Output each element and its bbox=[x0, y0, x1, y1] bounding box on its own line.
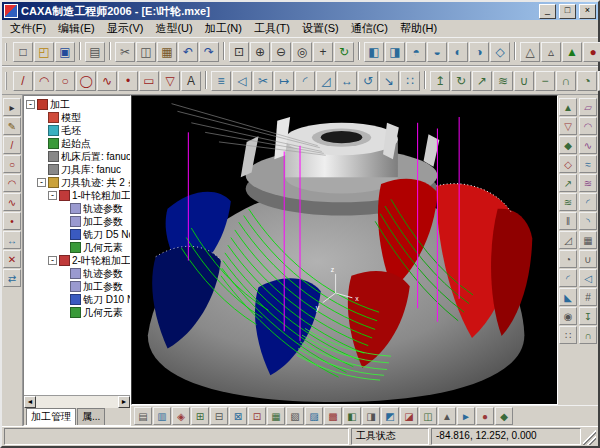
intersect-curve-icon[interactable]: ∩ bbox=[579, 326, 597, 344]
tree-item-0[interactable]: -加工 bbox=[24, 98, 130, 111]
fillet-feature-icon[interactable]: ◜ bbox=[559, 269, 577, 287]
surface-mirror-icon[interactable]: ◁ bbox=[579, 269, 597, 287]
menu-item-6[interactable]: 设置(S) bbox=[296, 20, 345, 37]
gcode-icon[interactable]: ● bbox=[476, 407, 494, 425]
surface-ruled-icon[interactable]: ▱ bbox=[579, 98, 597, 116]
menu-item-8[interactable]: 帮助(H) bbox=[394, 20, 443, 37]
zoom-out-icon[interactable]: ⊖ bbox=[271, 42, 291, 62]
line-tool-icon[interactable]: / bbox=[3, 136, 21, 154]
panel-tab-0[interactable]: 加工管理 bbox=[26, 408, 76, 425]
scroll-track[interactable] bbox=[36, 396, 118, 408]
wireframe-icon[interactable]: △ bbox=[520, 42, 540, 62]
new-icon[interactable]: □ bbox=[13, 42, 33, 62]
scroll-left-icon[interactable]: ◄ bbox=[24, 396, 36, 408]
tree-item-9[interactable]: 加工参数 bbox=[24, 215, 130, 228]
surface-machining-icon[interactable]: ▦ bbox=[267, 407, 285, 425]
shell-icon[interactable]: ◔ bbox=[577, 71, 597, 91]
chamfer-icon[interactable]: ◿ bbox=[316, 71, 336, 91]
groove-machining-icon[interactable]: ⊡ bbox=[248, 407, 266, 425]
3d-viewport[interactable]: z x y bbox=[131, 95, 558, 405]
undo-icon[interactable]: ↶ bbox=[178, 42, 198, 62]
extrude-cut-icon[interactable]: ▽ bbox=[559, 117, 577, 135]
trajectory-edit-icon[interactable]: ◪ bbox=[400, 407, 418, 425]
zoom-in-icon[interactable]: ⊕ bbox=[250, 42, 270, 62]
point-tool-icon[interactable]: • bbox=[3, 212, 21, 230]
post-process-icon[interactable]: ► bbox=[457, 407, 475, 425]
menu-item-2[interactable]: 显示(V) bbox=[101, 20, 150, 37]
loft-icon[interactable]: ≋ bbox=[493, 71, 513, 91]
param-line-machining-icon[interactable]: ▧ bbox=[286, 407, 304, 425]
fillet-icon[interactable]: ◜ bbox=[295, 71, 315, 91]
tree-item-16[interactable]: 几何元素 bbox=[24, 306, 130, 319]
tree-hscrollbar[interactable]: ◄ ► bbox=[24, 395, 130, 408]
tree-item-4[interactable]: 机床后置: fanuc bbox=[24, 150, 130, 163]
tree-item-10[interactable]: 铣刀 D5 No:0 F bbox=[24, 228, 130, 241]
tree-item-3[interactable]: 起始点 bbox=[24, 137, 130, 150]
extrude-boss-icon[interactable]: ▲ bbox=[559, 98, 577, 116]
arc-icon[interactable]: ◠ bbox=[34, 71, 54, 91]
toolbar-handle[interactable] bbox=[5, 43, 10, 61]
revolve-boss-icon[interactable]: ◆ bbox=[559, 136, 577, 154]
erase-icon[interactable]: ✕ bbox=[3, 250, 21, 268]
transform-icon[interactable]: ⇄ bbox=[3, 269, 21, 287]
tree-item-15[interactable]: 铣刀 D10 No:0 bbox=[24, 293, 130, 306]
grid-surface-icon[interactable]: # bbox=[579, 288, 597, 306]
minimize-button[interactable]: _ bbox=[539, 4, 556, 19]
zoom-all-icon[interactable]: ◎ bbox=[292, 42, 312, 62]
menu-item-3[interactable]: 造型(U) bbox=[149, 20, 198, 37]
render-settings-icon[interactable]: ● bbox=[583, 42, 600, 62]
scroll-right-icon[interactable]: ► bbox=[118, 396, 130, 408]
circle-icon[interactable]: ○ bbox=[55, 71, 75, 91]
view-back-icon[interactable]: ◨ bbox=[385, 42, 405, 62]
tree-item-11[interactable]: 几何元素 bbox=[24, 241, 130, 254]
view-left-icon[interactable]: ◐ bbox=[448, 42, 468, 62]
boolean-subtract-icon[interactable]: − bbox=[535, 71, 555, 91]
tree-item-1[interactable]: 模型 bbox=[24, 111, 130, 124]
tree-item-2[interactable]: 毛坯 bbox=[24, 124, 130, 137]
surface-offset-icon[interactable]: ≈ bbox=[579, 155, 597, 173]
circle-tool-icon[interactable]: ○ bbox=[3, 155, 21, 173]
move-icon[interactable]: ↔ bbox=[337, 71, 357, 91]
surface-sweep-icon[interactable]: ∿ bbox=[579, 136, 597, 154]
tree-expander-icon[interactable]: - bbox=[48, 256, 57, 265]
project-curve-icon[interactable]: ↧ bbox=[579, 307, 597, 325]
trim-icon[interactable]: ✂ bbox=[253, 71, 273, 91]
refresh-icon[interactable]: ↻ bbox=[334, 42, 354, 62]
curve-machining-icon[interactable]: ◨ bbox=[362, 407, 380, 425]
view-right-icon[interactable]: ◑ bbox=[469, 42, 489, 62]
toolbar-handle[interactable] bbox=[5, 72, 10, 90]
view-top-icon[interactable]: ◓ bbox=[406, 42, 426, 62]
menu-item-1[interactable]: 编辑(E) bbox=[52, 20, 101, 37]
maximize-button[interactable]: □ bbox=[559, 4, 576, 19]
projection-machining-icon[interactable]: ▩ bbox=[324, 407, 342, 425]
draft-icon[interactable]: ◿ bbox=[559, 231, 577, 249]
view-iso-icon[interactable]: ◇ bbox=[490, 42, 510, 62]
redo-icon[interactable]: ↷ bbox=[199, 42, 219, 62]
tree-item-5[interactable]: 刀具库: fanuc bbox=[24, 163, 130, 176]
loft-feature-icon[interactable]: ≋ bbox=[559, 193, 577, 211]
tree-item-6[interactable]: -刀具轨迹: 共 2 条 bbox=[24, 176, 130, 189]
view-bottom-icon[interactable]: ◒ bbox=[427, 42, 447, 62]
surface-extend-icon[interactable]: ◝ bbox=[579, 212, 597, 230]
mirror-icon[interactable]: ◁ bbox=[232, 71, 252, 91]
trajectory-generate-icon[interactable]: ◩ bbox=[381, 407, 399, 425]
zoom-window-icon[interactable]: ⊡ bbox=[229, 42, 249, 62]
surface-trim-icon[interactable]: ◜ bbox=[579, 193, 597, 211]
menu-item-4[interactable]: 加工(N) bbox=[199, 20, 248, 37]
sweep-feature-icon[interactable]: ↗ bbox=[559, 174, 577, 192]
tree-expander-icon[interactable]: - bbox=[37, 178, 46, 187]
plot-icon[interactable]: ▤ bbox=[85, 42, 105, 62]
revolve-icon[interactable]: ↻ bbox=[451, 71, 471, 91]
boolean-intersect-icon[interactable]: ∩ bbox=[556, 71, 576, 91]
tree-item-13[interactable]: 轨迹参数 bbox=[24, 267, 130, 280]
semi-finish-machining-icon[interactable]: ▥ bbox=[153, 407, 171, 425]
rectangle-icon[interactable]: ▭ bbox=[139, 71, 159, 91]
scale-icon[interactable]: ↘ bbox=[379, 71, 399, 91]
copy-icon[interactable]: ◫ bbox=[136, 42, 156, 62]
sketch-icon[interactable]: ✎ bbox=[3, 117, 21, 135]
drill-machining-icon[interactable]: ⊠ bbox=[229, 407, 247, 425]
view-front-icon[interactable]: ◧ bbox=[364, 42, 384, 62]
pick-icon[interactable]: ▸ bbox=[3, 98, 21, 116]
tree-item-14[interactable]: 加工参数 bbox=[24, 280, 130, 293]
tool-list-icon[interactable]: ◆ bbox=[495, 407, 513, 425]
